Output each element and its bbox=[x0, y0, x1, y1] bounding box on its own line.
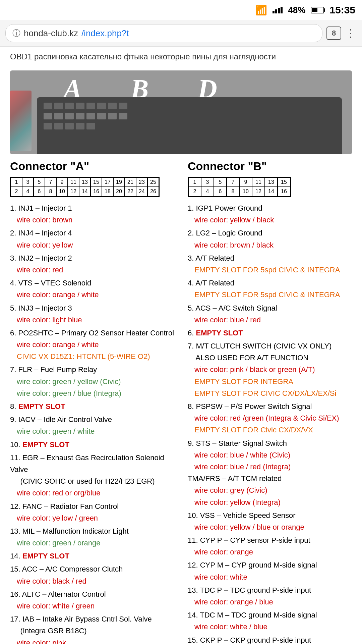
clock: 15:35 bbox=[329, 4, 355, 16]
grid-cell: 4 bbox=[22, 187, 34, 196]
pin-visual bbox=[119, 113, 127, 119]
grid-cell: 6 bbox=[214, 187, 227, 196]
grid-cell: 1 bbox=[11, 177, 22, 187]
pin-visual bbox=[76, 123, 84, 129]
grid-cell: 24 bbox=[136, 187, 147, 196]
battery-level: 48% bbox=[288, 5, 305, 15]
list-item: 17. IAB – Intake Air Bypass Cntrl Sol. V… bbox=[10, 613, 174, 644]
list-item: 4. VTS – VTEC Solenoid wire color: orang… bbox=[10, 277, 174, 301]
grid-cell: 18 bbox=[102, 187, 113, 196]
connector-b-title: Connector "B" bbox=[188, 160, 352, 173]
pin-visual bbox=[54, 103, 63, 109]
connector-a-pins: 1. INJ1 – Injector 1 wire color: brown 2… bbox=[10, 202, 174, 644]
pin-visual bbox=[97, 103, 106, 109]
url-bar[interactable]: ⓘ honda-club.kz /index.php?t bbox=[5, 24, 322, 42]
list-item: 6. EMPTY SLOT bbox=[188, 327, 352, 339]
list-item: 5. ACS – A/C Switch Signal wire color: b… bbox=[188, 302, 352, 326]
grid-cell: 20 bbox=[113, 187, 125, 196]
pin-visual bbox=[65, 103, 74, 109]
list-item: 2. INJ4 – Injector 4 wire color: yellow bbox=[10, 227, 174, 251]
pin-visual bbox=[44, 103, 52, 109]
list-item: 15. ACC – A/C Compressor Clutch wire col… bbox=[10, 563, 174, 587]
pin-visual bbox=[54, 123, 63, 129]
pin-visual bbox=[86, 103, 95, 109]
tab-count[interactable]: 8 bbox=[326, 26, 341, 40]
list-item: 12. CYP M – CYP ground M-side signal wir… bbox=[188, 559, 352, 583]
list-item: 1. IGP1 Power Ground wire color: yellow … bbox=[188, 202, 352, 226]
grid-cell: 15 bbox=[90, 177, 102, 187]
grid-cell: 15 bbox=[278, 177, 290, 187]
grid-cell: 8 bbox=[227, 187, 239, 196]
grid-cell: 3 bbox=[201, 177, 214, 187]
pin-visual bbox=[97, 113, 106, 119]
list-item: 9. IACV – Idle Air Control Valve wire co… bbox=[10, 414, 174, 437]
wifi-icon: 📶 bbox=[255, 5, 267, 16]
pin-visual bbox=[44, 113, 52, 119]
list-item: 3. INJ2 – Injector 2 wire color: red bbox=[10, 252, 174, 276]
url-path: /index.php?t bbox=[81, 28, 129, 39]
grid-cell: 16 bbox=[90, 187, 102, 196]
browser-bar: ⓘ honda-club.kz /index.php?t 8 ⋮ bbox=[0, 20, 362, 47]
pin-visual bbox=[86, 113, 95, 119]
list-item: 11. EGR – Exhaust Gas Recirculation Sole… bbox=[10, 452, 174, 499]
grid-cell: 13 bbox=[265, 177, 278, 187]
connector-body bbox=[37, 97, 342, 154]
pin-visual bbox=[86, 123, 95, 129]
info-icon: ⓘ bbox=[12, 28, 20, 39]
grid-cell: 12 bbox=[252, 187, 265, 196]
pin-lists: 1. INJ1 – Injector 1 wire color: brown 2… bbox=[10, 202, 352, 644]
status-bar: 📶 48% 15:35 bbox=[0, 0, 362, 20]
pin-visual bbox=[54, 113, 63, 119]
pin-visual bbox=[65, 113, 74, 119]
connector-b-grid: 1 3 5 7 9 11 13 15 2 4 6 8 10 12 14 bbox=[188, 177, 291, 197]
grid-cell: 4 bbox=[201, 187, 214, 196]
list-item: 11. CYP P – CYP sensor P-side input wire… bbox=[188, 534, 352, 558]
list-item: 13. TDC P – TDC ground P-side input wire… bbox=[188, 584, 352, 608]
grid-cell: 13 bbox=[79, 177, 90, 187]
grid-cell: 14 bbox=[265, 187, 278, 196]
list-item: 1. INJ1 – Injector 1 wire color: brown bbox=[10, 202, 174, 226]
grid-cell: 1 bbox=[188, 177, 201, 187]
connector-b-section: Connector "B" 1 3 5 7 9 11 13 15 2 4 6 bbox=[188, 160, 352, 202]
grid-cell: 10 bbox=[56, 187, 68, 196]
connector-photo: A B D bbox=[10, 70, 352, 154]
grid-cell: 9 bbox=[56, 177, 68, 187]
list-item: 7. FLR – Fuel Pump Relay wire color: gre… bbox=[10, 364, 174, 399]
side-decoration bbox=[10, 91, 32, 151]
grid-cell: 3 bbox=[22, 177, 34, 187]
grid-cell: 7 bbox=[45, 177, 56, 187]
url-base: honda-club.kz bbox=[24, 28, 78, 39]
grid-cell: 12 bbox=[68, 187, 79, 196]
signal-bars bbox=[273, 7, 283, 13]
list-item: 8. EMPTY SLOT bbox=[10, 400, 174, 412]
list-item: 14. TDC M – TDC ground M-side signal wir… bbox=[188, 609, 352, 633]
connector-a-section: Connector "A" 1 3 5 7 9 11 13 15 17 19 2… bbox=[10, 160, 174, 202]
grid-cell: 25 bbox=[147, 177, 159, 187]
connector-b-pins: 1. IGP1 Power Ground wire color: yellow … bbox=[188, 202, 352, 644]
grid-cell: 16 bbox=[278, 187, 290, 196]
list-item: 6. PO2SHTC – Primary O2 Sensor Heater Co… bbox=[10, 327, 174, 363]
grid-cell: 5 bbox=[34, 177, 45, 187]
grid-cell: 14 bbox=[79, 187, 90, 196]
list-item: 14. EMPTY SLOT bbox=[10, 550, 174, 562]
top-description: OBD1 распиновка касательно фтыка некотор… bbox=[10, 47, 352, 67]
connector-a-grid: 1 3 5 7 9 11 13 15 17 19 21 23 25 2 4 bbox=[10, 177, 160, 197]
list-item: 13. MIL – Malfunction Indicator Light wi… bbox=[10, 525, 174, 549]
grid-cell: 11 bbox=[68, 177, 79, 187]
grid-cell: 7 bbox=[227, 177, 239, 187]
list-item: 3. A/T Related EMPTY SLOT FOR 5spd CIVIC… bbox=[188, 252, 352, 276]
connector-a-title: Connector "A" bbox=[10, 160, 174, 173]
grid-cell: 22 bbox=[125, 187, 136, 196]
list-item: 9. STS – Starter Signal Switch wire colo… bbox=[188, 437, 352, 508]
list-item: 12. FANC – Radiator Fan Control wire col… bbox=[10, 500, 174, 524]
menu-button[interactable]: ⋮ bbox=[345, 27, 357, 40]
list-item: 7. M/T CLUTCH SWITCH (CIVIC VX ONLY) ALS… bbox=[188, 340, 352, 399]
grid-cell: 21 bbox=[125, 177, 136, 187]
pin-visual bbox=[44, 123, 52, 129]
grid-cell: 26 bbox=[147, 187, 159, 196]
list-item: 10. EMPTY SLOT bbox=[10, 439, 174, 450]
grid-cell: 10 bbox=[239, 187, 252, 196]
connector-headers: Connector "A" 1 3 5 7 9 11 13 15 17 19 2… bbox=[10, 160, 352, 202]
pin-visual bbox=[65, 123, 74, 129]
pin-visual bbox=[76, 113, 84, 119]
